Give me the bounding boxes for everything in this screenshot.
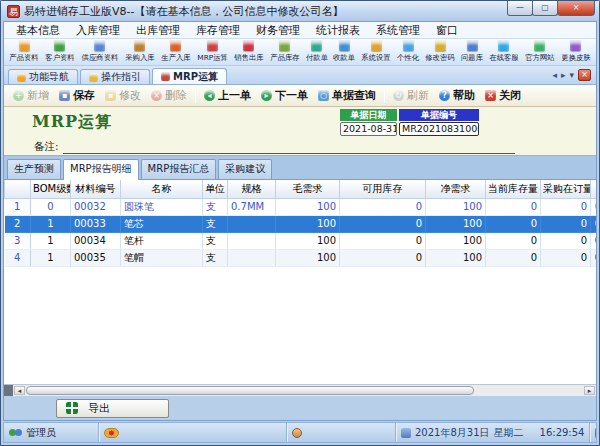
- table-row[interactable]: 3100034笔杆支1000100000: [5, 232, 597, 249]
- column-header[interactable]: [5, 180, 31, 198]
- doc-date-input[interactable]: 2021-08-31: [340, 122, 397, 136]
- column-header[interactable]: BOM级数: [31, 180, 71, 198]
- grid-cell[interactable]: 0: [486, 232, 541, 249]
- grid-cell[interactable]: 0: [541, 215, 591, 232]
- grid-cell[interactable]: 笔帽: [121, 249, 203, 266]
- grid-cell[interactable]: 0: [591, 198, 597, 215]
- grid-cell[interactable]: [228, 249, 276, 266]
- grid-cell[interactable]: 100: [276, 249, 340, 266]
- grid-cell[interactable]: 00034: [71, 232, 121, 249]
- column-header[interactable]: 可用库存: [340, 180, 426, 198]
- scroll-right-icon[interactable]: ▸: [584, 386, 595, 395]
- query-button[interactable]: ○单据查询: [313, 88, 381, 103]
- menu-item-7[interactable]: 窗口: [428, 23, 466, 38]
- column-header[interactable]: [591, 180, 597, 198]
- grid-cell[interactable]: [228, 232, 276, 249]
- grid-cell[interactable]: 0: [486, 198, 541, 215]
- tab-scroll-left-icon[interactable]: ◂: [552, 70, 557, 80]
- grid-cell[interactable]: 圆珠笔: [121, 198, 203, 215]
- grid-cell[interactable]: 0: [31, 198, 71, 215]
- grid-cell[interactable]: 100: [426, 215, 486, 232]
- menu-item-3[interactable]: 库存管理: [188, 23, 248, 38]
- menu-item-2[interactable]: 出库管理: [128, 23, 188, 38]
- toolbar-purchase-in-button[interactable]: 采购入库: [124, 40, 156, 63]
- column-header[interactable]: 规格: [228, 180, 276, 198]
- grid-cell[interactable]: 0: [541, 232, 591, 249]
- toolbar-sales-out-button[interactable]: 销售出库: [233, 40, 265, 63]
- grid-cell[interactable]: 笔杆: [121, 232, 203, 249]
- window-close-button[interactable]: ×: [557, 1, 595, 16]
- column-header[interactable]: 当前库存量: [486, 180, 541, 198]
- table-row[interactable]: 4100035笔帽支1000100000: [5, 249, 597, 266]
- grid-cell[interactable]: 0: [486, 249, 541, 266]
- export-button[interactable]: 导出: [56, 399, 169, 418]
- toolbar-production-in-button[interactable]: 生产入库: [160, 40, 192, 63]
- tab-close-button[interactable]: ×: [578, 69, 591, 81]
- menu-item-6[interactable]: 系统管理: [368, 23, 428, 38]
- column-header[interactable]: 名称: [121, 180, 203, 198]
- grid-cell[interactable]: 0: [591, 232, 597, 249]
- grid-cell[interactable]: 支: [203, 215, 228, 232]
- column-header[interactable]: 单位: [203, 180, 228, 198]
- row-number-cell[interactable]: 3: [5, 232, 31, 249]
- grid-cell[interactable]: 0: [340, 249, 426, 266]
- toolbar-payment-button[interactable]: 付款单: [305, 40, 329, 63]
- grid-cell[interactable]: 100: [276, 215, 340, 232]
- tab-mrp[interactable]: MRP运算: [152, 68, 227, 84]
- toolbar-settings-button[interactable]: 系统设置: [360, 40, 392, 63]
- tab-nav[interactable]: 功能导航: [8, 69, 78, 84]
- table-row[interactable]: 1000032圆珠笔支0.7MM1000100000: [5, 198, 597, 215]
- grid-cell[interactable]: 00033: [71, 215, 121, 232]
- grid-cell[interactable]: 0: [591, 249, 597, 266]
- grid-cell[interactable]: 100: [426, 198, 486, 215]
- grid-cell[interactable]: 100: [426, 232, 486, 249]
- toolbar-stock-button[interactable]: 产品库存: [269, 40, 301, 63]
- toolbar-skin-button[interactable]: 更换皮肤: [560, 40, 592, 63]
- menu-item-5[interactable]: 统计报表: [308, 23, 368, 38]
- prev-button[interactable]: ◂上一单: [199, 88, 256, 103]
- toolbar-website-button[interactable]: 官方网站: [524, 40, 556, 63]
- scrollbar-thumb[interactable]: [26, 386, 474, 395]
- tab-scroll-right-icon[interactable]: ▸: [561, 70, 566, 80]
- menu-item-4[interactable]: 财务管理: [248, 23, 308, 38]
- toolbar-suppliers-button[interactable]: 供应商资料: [80, 40, 120, 63]
- grid-cell[interactable]: 0: [541, 249, 591, 266]
- report-tab-summary[interactable]: MRP报告汇总: [141, 159, 217, 179]
- column-header[interactable]: 材料编号: [71, 180, 121, 198]
- grid-cell[interactable]: 00032: [71, 198, 121, 215]
- doc-number-input[interactable]: MR202108310001: [399, 122, 479, 136]
- toolbar-customers-button[interactable]: 客户资料: [44, 40, 76, 63]
- grid-cell[interactable]: 100: [276, 232, 340, 249]
- grid-cell[interactable]: 1: [31, 232, 71, 249]
- column-header[interactable]: 采购在订量: [541, 180, 591, 198]
- menu-item-0[interactable]: 基本信息: [8, 23, 68, 38]
- grid-cell[interactable]: 笔芯: [121, 215, 203, 232]
- toolbar-personalize-button[interactable]: 个性化: [396, 40, 420, 63]
- minimize-button[interactable]: —: [507, 1, 533, 16]
- toolbar-support-button[interactable]: 在线客服: [488, 40, 520, 63]
- grid-cell[interactable]: 支: [203, 249, 228, 266]
- help-button[interactable]: ?帮助: [434, 88, 480, 103]
- toolbar-password-button[interactable]: 修改密码: [424, 40, 456, 63]
- row-number-cell[interactable]: 1: [5, 198, 31, 215]
- close-button[interactable]: ×关闭: [480, 88, 526, 103]
- grid-cell[interactable]: 100: [426, 249, 486, 266]
- table-row[interactable]: 2100033笔芯支1000100000: [5, 215, 597, 232]
- grid-cell[interactable]: 0: [340, 232, 426, 249]
- toolbar-mrp-button[interactable]: MRP运算: [196, 40, 229, 63]
- grid-cell[interactable]: 支: [203, 198, 228, 215]
- next-button[interactable]: ▸下一单: [256, 88, 313, 103]
- grid-cell[interactable]: 1: [31, 249, 71, 266]
- grid-cell[interactable]: 0: [340, 215, 426, 232]
- grid-cell[interactable]: 0: [486, 215, 541, 232]
- row-number-cell[interactable]: 2: [5, 215, 31, 232]
- grid-cell[interactable]: [228, 215, 276, 232]
- toolbar-faq-button[interactable]: 问题库: [460, 40, 484, 63]
- menu-item-1[interactable]: 入库管理: [68, 23, 128, 38]
- grid-cell[interactable]: 支: [203, 232, 228, 249]
- grid-cell[interactable]: 0: [340, 198, 426, 215]
- tab-list-icon[interactable]: ▾: [569, 70, 574, 80]
- toolbar-receipt-button[interactable]: 收款单: [332, 40, 356, 63]
- report-tab-detail[interactable]: MRP报告明细: [63, 159, 139, 180]
- maximize-button[interactable]: ▢: [532, 1, 558, 16]
